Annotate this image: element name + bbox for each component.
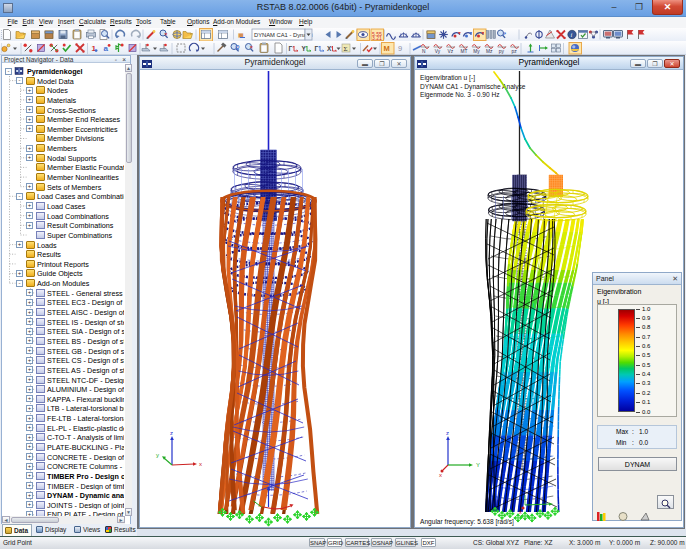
svg-text:pz: pz (512, 49, 518, 54)
svg-text:DYNAM CA1 - Dynamische Analyse: DYNAM CA1 - Dynamische Analyse (420, 83, 526, 91)
svg-text:z: z (446, 430, 449, 436)
svg-text:Eigenmode No. 3 - 0.90 Hz: Eigenmode No. 3 - 0.90 Hz (420, 91, 500, 99)
svg-text:x: x (519, 509, 522, 515)
svg-text:y: y (156, 452, 159, 458)
svg-text:N: N (422, 49, 426, 54)
svg-text:9: 9 (398, 44, 402, 53)
svg-text:py: py (499, 49, 505, 54)
svg-text:Σ: Σ (344, 45, 348, 53)
svg-text:z: z (170, 430, 173, 436)
svg-text:Vy: Vy (435, 49, 441, 54)
svg-text:×: × (164, 31, 167, 37)
svg-text:z: z (270, 482, 273, 488)
svg-text:Angular frequency: 5.638 [rad/: Angular frequency: 5.638 [rad/s] (420, 518, 514, 526)
svg-text:x: x (199, 461, 202, 467)
svg-text:↗: ↗ (502, 31, 507, 37)
svg-text:Y: Y (476, 462, 480, 468)
svg-text:M: M (384, 44, 390, 53)
svg-text:3.21: 3.21 (372, 35, 382, 41)
svg-text:My: My (473, 49, 480, 54)
svg-text:Γ: Γ (315, 45, 319, 52)
svg-text:MT: MT (460, 49, 467, 54)
svg-text:Q: Q (235, 44, 240, 50)
svg-text:DYNAM CA1 - Dynami: DYNAM CA1 - Dynami (254, 32, 313, 38)
svg-text:Vz: Vz (448, 49, 454, 54)
svg-text:Γ: Γ (289, 45, 293, 52)
svg-text:×: × (250, 44, 253, 50)
svg-text:x: x (439, 472, 442, 478)
svg-text:Eigenvibration u [-]: Eigenvibration u [-] (420, 74, 475, 82)
svg-text:i: i (571, 31, 573, 38)
svg-text:X: X (327, 45, 332, 52)
svg-text:Υ: Υ (302, 45, 307, 52)
svg-text:Mz: Mz (486, 49, 493, 54)
